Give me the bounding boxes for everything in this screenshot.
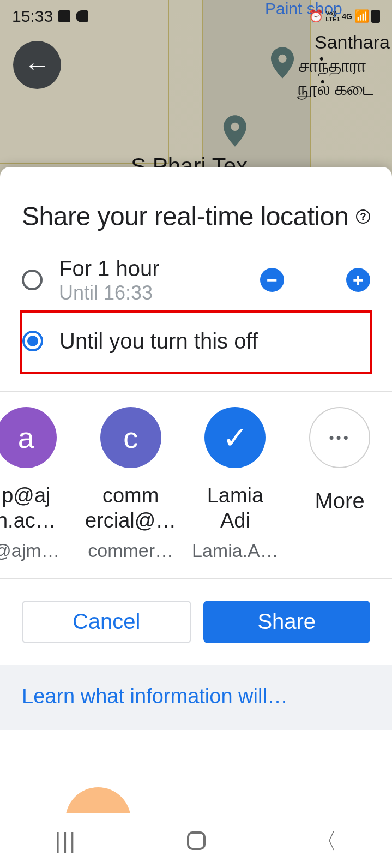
radio-unselected-icon	[22, 270, 43, 290]
option-label: For 1 hour	[59, 255, 244, 282]
contact-email: Lamia.A…	[192, 540, 279, 561]
avatar: c	[100, 407, 161, 468]
sheet-title: Share your real-time location	[22, 200, 356, 234]
contact-name: Lamia	[207, 483, 264, 508]
learn-more-link[interactable]: Learn what information will…	[0, 665, 392, 730]
status-bar: 15:33 ⏰ Vo)) LTE1 4G 📶	[0, 0, 392, 33]
network-indicator: 4G	[342, 12, 352, 21]
contact-item[interactable]: a p@aj n.ac… @ajm…	[0, 407, 79, 561]
battery-icon	[371, 10, 380, 23]
cancel-button[interactable]: Cancel	[22, 601, 191, 643]
contact-email: @ajm…	[0, 540, 60, 561]
system-nav-bar: ||| 〈	[0, 813, 392, 868]
duration-option-1hour[interactable]: For 1 hour Until 16:33 − +	[22, 250, 370, 310]
more-contacts-button[interactable]: ••• More	[287, 407, 392, 561]
contact-name: comm	[102, 483, 159, 508]
help-icon: ?	[356, 209, 370, 224]
alarm-icon: ⏰	[309, 9, 323, 23]
contact-name: p@aj	[2, 483, 50, 508]
signal-icon: 📶	[354, 9, 369, 23]
video-icon	[76, 10, 88, 22]
more-icon: •••	[309, 407, 370, 468]
option-subtext: Until 16:33	[59, 282, 244, 304]
decrease-duration-button[interactable]: −	[260, 268, 284, 292]
contact-email: commer…	[88, 540, 173, 561]
checkmark-icon: ✓	[204, 407, 266, 468]
contact-item-selected[interactable]: ✓ Lamia Adi Lamia.A…	[183, 407, 288, 561]
image-icon	[58, 10, 70, 22]
arrow-left-icon: ←	[24, 50, 50, 80]
increase-duration-button[interactable]: +	[346, 268, 370, 292]
duration-option-indefinite[interactable]: Until you turn this off	[22, 322, 370, 360]
share-button[interactable]: Share	[203, 601, 371, 643]
carrier-indicator: LTE1	[325, 16, 340, 22]
nav-recents-button[interactable]: |||	[55, 829, 77, 853]
radio-selected-icon	[22, 331, 43, 351]
contact-name: Adi	[220, 508, 250, 534]
contact-name: ercial@…	[85, 508, 176, 534]
help-button[interactable]: ?	[356, 206, 370, 224]
nav-back-button[interactable]: 〈	[315, 826, 337, 856]
more-label: More	[315, 489, 365, 513]
contact-item[interactable]: c comm ercial@… commer…	[79, 407, 183, 561]
back-button[interactable]: ←	[13, 41, 61, 89]
status-time: 15:33	[12, 7, 53, 26]
highlight-annotation: Until you turn this off	[20, 310, 372, 374]
nav-home-button[interactable]	[187, 831, 206, 850]
avatar: a	[0, 407, 57, 468]
contacts-row: a p@aj n.ac… @ajm… c comm ercial@… comme…	[0, 392, 392, 578]
option-label: Until you turn this off	[59, 328, 370, 354]
contact-name: n.ac…	[0, 508, 56, 534]
share-location-sheet: Share your real-time location ? For 1 ho…	[0, 167, 392, 868]
